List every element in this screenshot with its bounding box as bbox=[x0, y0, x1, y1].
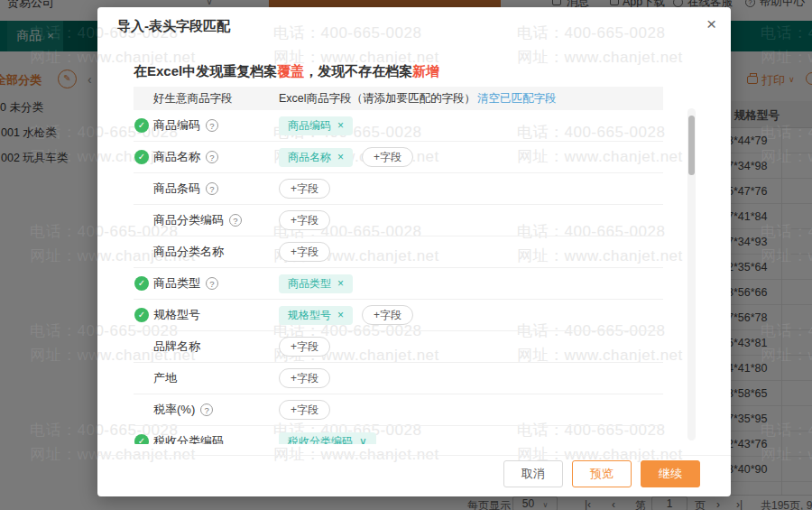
field-row-right: +字段 bbox=[273, 242, 663, 262]
tag-remove-icon[interactable]: × bbox=[337, 151, 344, 163]
field-row-left: 产地 bbox=[134, 370, 273, 386]
field-row-right: 商品类型× bbox=[273, 274, 663, 293]
matched-tag[interactable]: 规格型号× bbox=[279, 306, 353, 325]
field-match-header: 好生意商品字段 Excel商品字段（请添加要匹配的字段） 清空已匹配字段 bbox=[134, 87, 663, 110]
field-row-7: 品牌名称+字段 bbox=[134, 331, 663, 363]
add-field-button[interactable]: +字段 bbox=[279, 400, 330, 420]
watermark-phone: 电话：400-665-0028 bbox=[761, 320, 812, 341]
matched-tag-label: 商品类型 bbox=[288, 276, 331, 292]
field-row-right: +字段 bbox=[273, 210, 663, 230]
tag-caret-icon[interactable]: ∨ bbox=[359, 435, 367, 444]
continue-button[interactable]: 继续 bbox=[641, 460, 700, 487]
field-row-left: ✓税收分类编码 bbox=[134, 433, 273, 444]
field-row-right: +字段 bbox=[273, 179, 663, 199]
add-field-button[interactable]: +字段 bbox=[362, 147, 413, 167]
cancel-button[interactable]: 取消 bbox=[503, 460, 563, 487]
add-field-button[interactable]: +字段 bbox=[279, 179, 330, 199]
matched-tag[interactable]: 商品编码× bbox=[279, 116, 353, 135]
field-row-left: ✓商品编码? bbox=[134, 117, 273, 134]
field-label: 商品条码 bbox=[153, 181, 200, 197]
watermark-site: 网址：www.chanjet.net bbox=[761, 146, 812, 167]
field-row-left: 税率(%)? bbox=[134, 402, 273, 418]
field-label: 规格型号 bbox=[153, 307, 200, 323]
watermark-phone: 电话：400-665-0028 bbox=[761, 23, 812, 43]
matched-tag[interactable]: 税收分类编码∨ bbox=[279, 432, 376, 445]
field-row-left: 商品分类名称 bbox=[134, 244, 273, 260]
watermark-phone: 电话：400-665-0028 bbox=[517, 23, 665, 43]
preview-button[interactable]: 预览 bbox=[572, 460, 632, 487]
help-icon[interactable]: ? bbox=[206, 119, 218, 132]
field-row-right: +字段 bbox=[273, 368, 663, 388]
field-row-3: 商品分类编码?+字段 bbox=[134, 205, 663, 236]
watermark-site: 网址：www.chanjet.net bbox=[761, 444, 812, 465]
field-row-left: ✓商品名称? bbox=[134, 149, 273, 165]
notice-overwrite: 覆盖 bbox=[277, 63, 304, 79]
check-icon: ✓ bbox=[134, 118, 149, 133]
matched-tag-label: 税收分类编码 bbox=[288, 434, 353, 445]
field-row-right: +字段 bbox=[273, 337, 663, 357]
modal-scrollbar-track[interactable] bbox=[687, 108, 696, 440]
field-row-6: ✓规格型号规格型号×+字段 bbox=[134, 300, 663, 331]
import-match-modal: 电话：400-665-0028网址：www.chanjet.net电话：400-… bbox=[97, 7, 731, 496]
add-field-button[interactable]: +字段 bbox=[279, 242, 330, 262]
field-label: 商品分类名称 bbox=[153, 244, 224, 260]
field-row-right: 税收分类编码∨ bbox=[273, 432, 663, 445]
field-label: 税率(%) bbox=[153, 402, 195, 418]
check-icon: ✓ bbox=[134, 150, 149, 164]
add-field-button[interactable]: +字段 bbox=[362, 305, 413, 325]
field-row-left: ✓规格型号 bbox=[134, 307, 273, 323]
watermark-site: 网址：www.chanjet.net bbox=[761, 47, 812, 68]
tag-remove-icon[interactable]: × bbox=[337, 277, 344, 290]
tag-remove-icon[interactable]: × bbox=[337, 119, 344, 132]
field-row-5: ✓商品类型?商品类型× bbox=[134, 268, 663, 300]
modal-title: 导入-表头字段匹配 bbox=[117, 18, 230, 35]
add-field-button[interactable]: +字段 bbox=[279, 368, 330, 388]
watermark-phone: 电话：400-665-0028 bbox=[761, 122, 812, 143]
field-row-0: ✓商品编码?商品编码× bbox=[134, 110, 663, 142]
matched-tag-label: 规格型号 bbox=[288, 308, 331, 323]
field-row-2: 商品条码?+字段 bbox=[134, 173, 663, 205]
matched-tag[interactable]: 商品类型× bbox=[279, 274, 353, 293]
close-icon[interactable]: × bbox=[706, 14, 716, 34]
field-row-4: 商品分类名称+字段 bbox=[134, 236, 663, 268]
field-row-right: +字段 bbox=[273, 400, 663, 420]
help-icon[interactable]: ? bbox=[206, 277, 218, 290]
field-match-table: 好生意商品字段 Excel商品字段（请添加要匹配的字段） 清空已匹配字段 ✓商品… bbox=[134, 87, 663, 444]
field-label: 产地 bbox=[153, 370, 177, 386]
field-row-10: ✓税收分类编码税收分类编码∨ bbox=[134, 426, 663, 444]
help-icon[interactable]: ? bbox=[206, 151, 218, 163]
field-row-right: 规格型号×+字段 bbox=[273, 305, 663, 325]
tag-remove-icon[interactable]: × bbox=[337, 309, 344, 321]
matched-tag[interactable]: 商品名称× bbox=[279, 148, 353, 167]
header-col-hsy: 好生意商品字段 bbox=[134, 91, 273, 107]
footer-divider bbox=[97, 455, 731, 456]
help-icon[interactable]: ? bbox=[229, 214, 242, 227]
duplicate-notice: 在Excel中发现重复档案覆盖，发现不存在档案新增 bbox=[134, 63, 439, 80]
add-field-button[interactable]: +字段 bbox=[279, 210, 330, 230]
watermark-phone: 电话：400-665-0028 bbox=[761, 221, 812, 242]
watermark-site: 网址：www.chanjet.net bbox=[517, 47, 683, 68]
field-label: 商品类型 bbox=[153, 275, 200, 292]
field-row-9: 税率(%)?+字段 bbox=[134, 394, 663, 426]
field-row-left: 品牌名称 bbox=[134, 338, 273, 355]
modal-scrollbar-thumb[interactable] bbox=[688, 116, 695, 175]
add-field-button[interactable]: +字段 bbox=[279, 337, 330, 357]
field-row-right: 商品名称×+字段 bbox=[273, 147, 663, 167]
field-label: 税收分类编码 bbox=[153, 433, 224, 444]
watermark-site: 网址：www.chanjet.net bbox=[761, 246, 812, 266]
help-icon[interactable]: ? bbox=[206, 182, 218, 195]
screen: 贸易公司 ∨ 消息App下载在线客服?帮助中心 商品 × 全部分类 ✎ ‹ 00… bbox=[0, 0, 812, 510]
field-row-left: 商品条码? bbox=[134, 181, 273, 197]
help-icon[interactable]: ? bbox=[200, 403, 213, 416]
watermark-site: 网址：www.chanjet.net bbox=[761, 345, 812, 366]
clear-matched-link[interactable]: 清空已匹配字段 bbox=[477, 91, 557, 107]
check-icon: ✓ bbox=[134, 308, 149, 322]
field-row-8: 产地+字段 bbox=[134, 363, 663, 394]
matched-tag-label: 商品编码 bbox=[288, 118, 331, 134]
matched-tag-label: 商品名称 bbox=[288, 150, 331, 165]
field-label: 商品编码 bbox=[153, 117, 200, 134]
notice-add: 新增 bbox=[412, 63, 439, 79]
field-label: 商品分类编码 bbox=[153, 212, 224, 228]
check-icon: ✓ bbox=[134, 434, 149, 444]
field-row-left: ✓商品类型? bbox=[134, 275, 273, 292]
